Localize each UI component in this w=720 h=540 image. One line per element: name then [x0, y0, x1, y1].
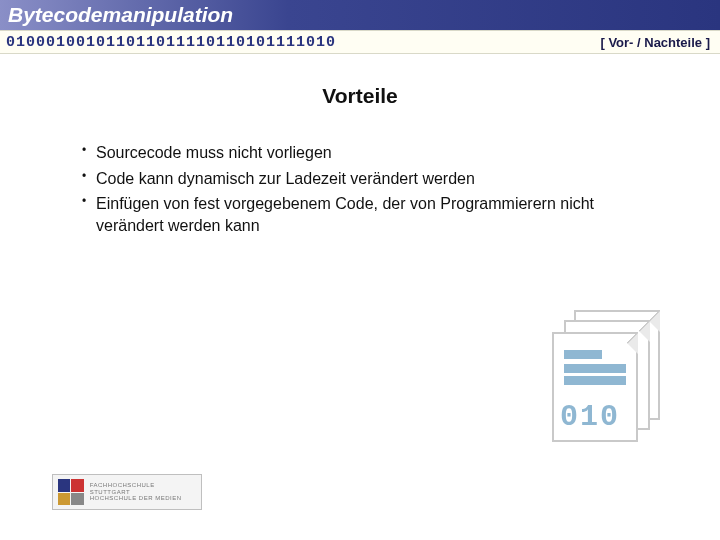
list-item: Sourcecode muss nicht vorliegen: [82, 142, 660, 164]
logo-text: FACHHOCHSCHULE STUTTGART HOCHSCHULE DER …: [90, 482, 196, 502]
bullet-list: Sourcecode muss nicht vorliegen Code kan…: [60, 142, 660, 236]
binary-decoration: 010001001011011011110110101111010: [6, 34, 336, 51]
page-digits: 010: [560, 400, 620, 434]
slide-title: Bytecodemanipulation: [8, 3, 233, 27]
title-band: Bytecodemanipulation: [0, 0, 720, 30]
list-item: Einfügen von fest vorgegebenem Code, der…: [82, 193, 660, 236]
content-area: Vorteile Sourcecode muss nicht vorliegen…: [0, 54, 720, 236]
footer-logo: FACHHOCHSCHULE STUTTGART HOCHSCHULE DER …: [52, 474, 202, 510]
logo-mark-icon: [58, 479, 84, 505]
logo-line-1: FACHHOCHSCHULE STUTTGART: [90, 482, 196, 495]
content-heading: Vorteile: [60, 84, 660, 108]
sub-band: 010001001011011011110110101111010 [ Vor-…: [0, 30, 720, 54]
page-front: 010: [552, 332, 638, 442]
logo-line-2: HOCHSCHULE DER MEDIEN: [90, 495, 196, 502]
section-label: [ Vor- / Nachteile ]: [600, 35, 710, 50]
slide: Bytecodemanipulation 0100010010110110111…: [0, 0, 720, 540]
documents-icon: 010: [540, 310, 660, 440]
list-item: Code kann dynamisch zur Ladezeit verände…: [82, 168, 660, 190]
